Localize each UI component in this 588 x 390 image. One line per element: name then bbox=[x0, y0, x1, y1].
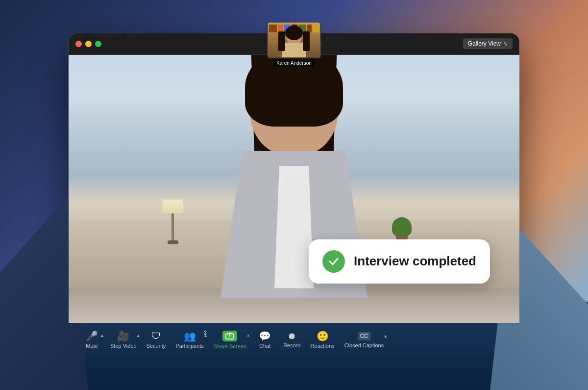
camera-icon: 🎥 bbox=[117, 331, 129, 341]
microphone-icon: 🎤 bbox=[86, 331, 98, 341]
share-screen-icon bbox=[225, 332, 234, 340]
record-icon: ⏺ bbox=[288, 332, 296, 340]
thumbnail-video bbox=[267, 33, 321, 59]
participants-icon: 👥 bbox=[184, 331, 196, 341]
closed-captions-label: Closed Captions bbox=[344, 342, 384, 348]
reactions-label: Reactions bbox=[311, 343, 335, 349]
toolbar-closed-captions[interactable]: CC Closed Captions ▲ bbox=[340, 330, 389, 350]
participants-label: Participants bbox=[175, 343, 203, 349]
chat-label: Chat bbox=[259, 343, 270, 349]
cc-icon: CC bbox=[358, 332, 370, 340]
expand-icon: ⤡ bbox=[503, 41, 508, 47]
interview-completed-text: Interview completed bbox=[354, 254, 476, 269]
interview-completed-overlay: Interview completed bbox=[309, 239, 490, 284]
toolbar-reactions[interactable]: 🙂 Reactions bbox=[306, 329, 340, 351]
security-label: Security bbox=[147, 343, 166, 349]
toolbar-share-screen[interactable]: Share Screen ▲ bbox=[209, 329, 251, 351]
share-screen-label: Share Screen bbox=[214, 343, 246, 349]
participant-thumbnail: Karen Anderson bbox=[267, 33, 321, 67]
gallery-view-button[interactable]: Gallery View ⤡ bbox=[463, 38, 513, 49]
participant-name-label: Karen Anderson bbox=[273, 59, 315, 67]
chat-icon: 💬 bbox=[259, 331, 271, 341]
toolbar-participants[interactable]: 👥 Participants 2 ▲ bbox=[171, 329, 208, 351]
toolbar-mute[interactable]: 🎤 Mute ▲ bbox=[78, 329, 105, 351]
toolbar-record[interactable]: ⏺ Record bbox=[278, 330, 305, 350]
share-screen-icon-bg bbox=[222, 331, 237, 341]
zoom-window: 🔒 Zoom Meeting ▾ Gallery View ⤡ bbox=[69, 33, 519, 357]
minimize-button[interactable] bbox=[85, 41, 92, 47]
share-screen-chevron-icon: ▲ bbox=[246, 333, 250, 338]
shield-icon: 🛡 bbox=[151, 331, 161, 341]
mute-chevron-icon: ▲ bbox=[100, 333, 104, 338]
stop-video-label: Stop Video bbox=[110, 343, 137, 349]
checkmark-svg bbox=[327, 255, 340, 268]
gallery-view-label: Gallery View bbox=[468, 40, 501, 47]
check-circle-icon bbox=[322, 250, 345, 273]
toolbar-stop-video[interactable]: 🎥 Stop Video ▲ bbox=[105, 329, 142, 351]
record-label: Record bbox=[283, 342, 300, 348]
toolbar-security[interactable]: 🛡 Security bbox=[142, 329, 171, 351]
mute-label: Mute bbox=[86, 343, 98, 349]
stop-video-chevron-icon: ▲ bbox=[136, 333, 141, 338]
traffic-lights bbox=[75, 41, 101, 47]
maximize-button[interactable] bbox=[95, 41, 101, 47]
toolbar-chat[interactable]: 💬 Chat bbox=[251, 329, 278, 351]
participants-chevron-icon: ▲ bbox=[203, 333, 208, 338]
main-video-area: Interview completed bbox=[69, 55, 519, 323]
close-button[interactable] bbox=[75, 41, 82, 47]
closed-captions-chevron-icon: ▲ bbox=[383, 334, 388, 338]
reactions-icon: 🙂 bbox=[317, 331, 329, 341]
